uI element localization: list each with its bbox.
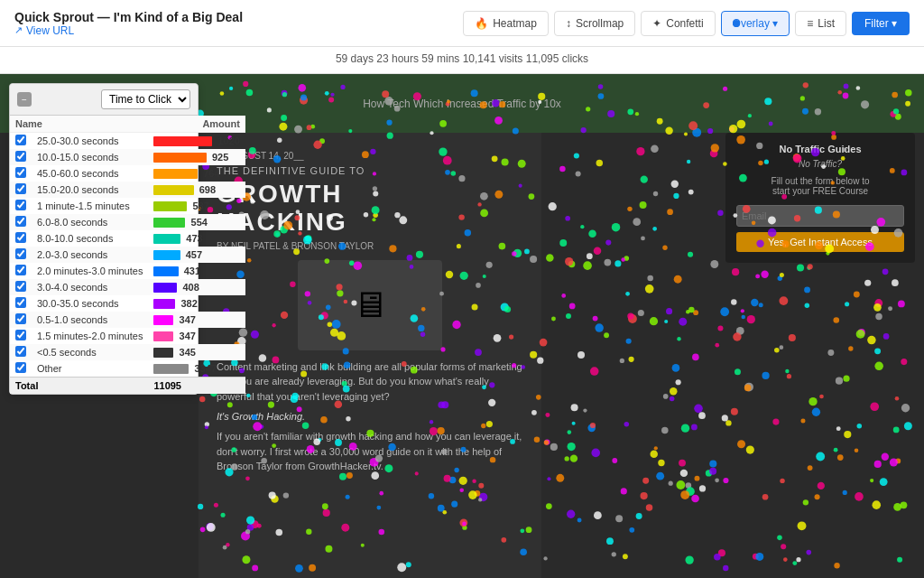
row-label: 8.0-10.0 seconds	[32, 230, 148, 247]
row-checkbox[interactable]	[15, 313, 26, 324]
row-label: 10.0-15.0 seconds	[32, 149, 148, 165]
row-checkbox-cell[interactable]	[10, 165, 32, 182]
row-checkbox-cell[interactable]	[10, 133, 32, 150]
website-subheading: BY NEIL PATEL & BRONSON TAYLOR	[217, 241, 523, 251]
row-bar-cell: 764	[148, 165, 245, 182]
table-row: 3.0-4.0 seconds 408	[10, 279, 245, 295]
scrollmap-button[interactable]: ↕ Scrollmap	[554, 11, 635, 36]
row-label: 2.0 minutes-3.0 minutes	[32, 263, 148, 279]
email-input[interactable]	[736, 205, 904, 227]
row-checkbox[interactable]	[15, 281, 26, 292]
row-checkbox-cell[interactable]	[10, 149, 32, 165]
total-row: Total 11095	[10, 378, 245, 395]
row-bar-cell: 408	[148, 279, 245, 295]
row-bar-cell: 587	[148, 198, 245, 214]
table-row: 2.0-3.0 seconds 457	[10, 247, 245, 263]
confetti-button[interactable]: ✦ Confetti	[641, 11, 715, 36]
list-label: List	[818, 17, 835, 30]
row-checkbox[interactable]	[15, 135, 26, 145]
filter-button[interactable]: Filter ▾	[852, 12, 910, 35]
row-bar-cell: 698	[148, 182, 245, 198]
row-checkbox-cell[interactable]	[10, 312, 32, 328]
view-url-label: View URL	[26, 24, 74, 37]
row-bar-cell: 3347	[148, 360, 245, 378]
total-value: 11095	[148, 378, 245, 395]
list-button[interactable]: ≡ List	[795, 11, 846, 36]
table-row: 1.5 minutes-2.0 minutes 347	[10, 328, 245, 344]
overlay-dot-icon	[733, 20, 740, 27]
row-checkbox-cell[interactable]	[10, 198, 32, 214]
sidebar-close-button[interactable]: −	[17, 92, 32, 107]
filter-label: Filter ▾	[864, 17, 897, 30]
header-nav: 🔥 Heatmap ↕ Scrollmap ✦ Confetti Overlay…	[463, 11, 910, 36]
bar-value: 408	[182, 282, 199, 293]
table-row: 45.0-60.0 seconds 764	[10, 165, 245, 182]
row-checkbox-cell[interactable]	[10, 214, 32, 230]
sidebar-header: − Time to Click	[10, 84, 198, 116]
row-label: <0.5 seconds	[32, 344, 148, 360]
row-checkbox-cell[interactable]	[10, 247, 32, 263]
confetti-icon: ✦	[652, 17, 661, 30]
row-checkbox[interactable]	[15, 346, 26, 357]
bar-value: 345	[180, 347, 196, 358]
row-checkbox[interactable]	[15, 151, 26, 162]
bar-value: 764	[203, 168, 219, 179]
computer-icon: 🖥	[352, 284, 388, 325]
page-title: Quick Sprout — I'm Kind of a Big Deal	[14, 10, 243, 24]
view-url-link[interactable]: ↗ View URL	[14, 24, 243, 37]
cta-button[interactable]: Yes, Get Instant Access	[736, 232, 904, 252]
main-area: How Tech Which Increased Traffic by 10x …	[0, 74, 924, 578]
row-checkbox[interactable]	[15, 248, 26, 259]
overlay-button[interactable]: Overlay ▾	[721, 11, 790, 36]
row-checkbox[interactable]	[15, 183, 26, 194]
name-column-header: Name	[10, 116, 148, 133]
body-text-1: Content marketing and link building are …	[217, 359, 523, 405]
bar-value: 3347	[194, 363, 216, 374]
row-checkbox-cell[interactable]	[10, 328, 32, 344]
row-label: 30.0-35.0 seconds	[32, 295, 148, 312]
row-bar-cell: 431	[148, 263, 245, 279]
table-row: <0.5 seconds 345	[10, 344, 245, 360]
row-bar-cell: 1020	[148, 133, 245, 150]
heatmap-label: Heatmap	[493, 17, 537, 30]
row-bar-cell: 382	[148, 295, 245, 312]
row-bar-cell: 473	[148, 230, 245, 247]
row-checkbox[interactable]	[15, 297, 26, 308]
cta-label: Yes, Get Instant Access	[768, 237, 873, 247]
article-date: on AUGUST 14, 20__	[217, 151, 523, 161]
row-checkbox[interactable]	[15, 216, 26, 227]
sidebar-panel: − Time to Click Name Amount 25.0-30.0 se…	[9, 83, 199, 395]
row-checkbox[interactable]	[15, 200, 26, 210]
banner-text: How Tech Which Increased Traffic by 10x	[363, 98, 561, 110]
row-checkbox-cell[interactable]	[10, 344, 32, 360]
total-label: Total	[10, 378, 148, 395]
row-bar-cell: 345	[148, 344, 245, 360]
row-checkbox-cell[interactable]	[10, 263, 32, 279]
row-label: 2.0-3.0 seconds	[32, 247, 148, 263]
table-row: 25.0-30.0 seconds 1020	[10, 133, 245, 150]
heatmap-button[interactable]: 🔥 Heatmap	[463, 11, 549, 36]
row-checkbox-cell[interactable]	[10, 230, 32, 247]
row-checkbox-cell[interactable]	[10, 360, 32, 378]
row-checkbox[interactable]	[15, 232, 26, 243]
scrollmap-label: Scrollmap	[576, 17, 624, 30]
row-checkbox[interactable]	[15, 362, 26, 373]
row-checkbox[interactable]	[15, 167, 26, 178]
bar-value: 473	[186, 233, 202, 244]
row-checkbox-cell[interactable]	[10, 279, 32, 295]
row-checkbox[interactable]	[15, 265, 26, 275]
row-label: 0.5-1.0 seconds	[32, 312, 148, 328]
row-checkbox-cell[interactable]	[10, 295, 32, 312]
right-panel-sub: Fill out the form below tostart your FRE…	[736, 176, 904, 196]
table-row: 10.0-15.0 seconds 925	[10, 149, 245, 165]
sidebar-type-select[interactable]: Time to Click	[101, 89, 190, 109]
row-label: 6.0-8.0 seconds	[32, 214, 148, 230]
right-panel-traffic: No Traffic?	[736, 159, 904, 169]
external-link-icon: ↗	[14, 24, 23, 36]
heatmap-icon: 🔥	[475, 17, 488, 30]
bar-value: 347	[180, 314, 196, 325]
bar-value: 925	[212, 152, 228, 163]
row-checkbox-cell[interactable]	[10, 182, 32, 198]
row-checkbox[interactable]	[15, 330, 26, 340]
bar-value: 457	[186, 249, 202, 260]
